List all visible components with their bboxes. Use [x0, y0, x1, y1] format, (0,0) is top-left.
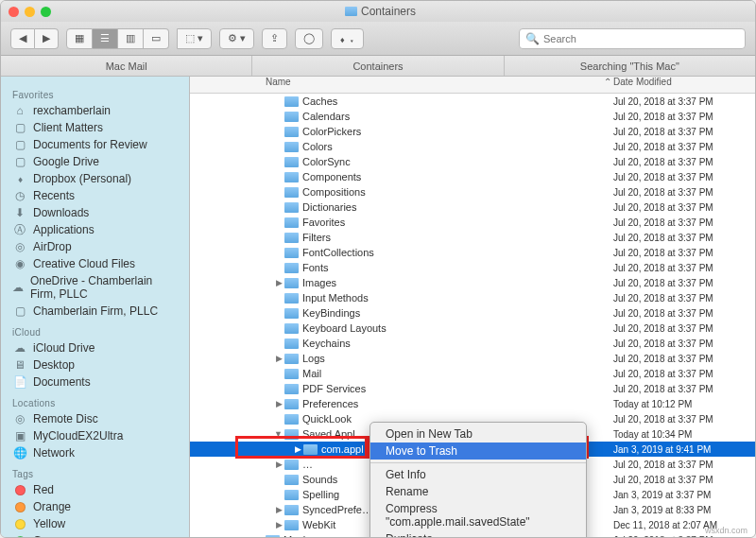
menu-item[interactable]: Get Info: [370, 466, 586, 483]
name-column[interactable]: Name: [190, 77, 602, 93]
menu-item[interactable]: Duplicate: [370, 530, 586, 538]
disclosure-icon[interactable]: ▶: [276, 354, 283, 363]
file-row[interactable]: CachesJul 20, 2018 at 3:37 PM: [190, 94, 755, 109]
sidebar-item[interactable]: Orange: [1, 498, 189, 515]
menu-item[interactable]: Move to Trash: [370, 443, 586, 460]
menu-item-label: Get Info: [386, 468, 426, 481]
file-row[interactable]: KeyBindingsJul 20, 2018 at 3:37 PM: [190, 305, 755, 321]
folder-icon: ▢: [12, 121, 27, 134]
path-bar: Mac Mail Containers Searching "This Mac": [1, 56, 755, 77]
file-date: Jan 3, 2019 at 8:33 PM: [613, 505, 755, 515]
file-date: Today at 10:34 PM: [613, 429, 755, 440]
sidebar-item[interactable]: ◉Creative Cloud Files: [1, 255, 189, 272]
file-row[interactable]: ▶LogsJul 20, 2018 at 3:37 PM: [190, 351, 755, 366]
menu-item[interactable]: Open in New Tab: [370, 425, 586, 443]
sidebar-item[interactable]: ▣MyCloudEX2Ultra: [1, 427, 189, 444]
column-view-button[interactable]: ▥: [118, 28, 144, 49]
zoom-icon[interactable]: [41, 7, 51, 17]
file-row[interactable]: CalendarsJul 20, 2018 at 3:37 PM: [190, 109, 755, 124]
icon-view-button[interactable]: ▦: [66, 28, 93, 49]
file-row[interactable]: PDF ServicesJul 20, 2018 at 3:37 PM: [190, 381, 755, 396]
context-menu: Open in New TabMove to TrashGet InfoRena…: [369, 422, 587, 538]
path-item[interactable]: Searching "This Mac": [505, 56, 755, 76]
date-column[interactable]: Date Modified: [613, 77, 755, 93]
sidebar-heading: Favorites: [1, 82, 189, 102]
list-view-button[interactable]: ☰: [93, 28, 118, 49]
disclosure-icon[interactable]: ▼: [274, 429, 283, 439]
file-name: Keychains: [302, 338, 613, 349]
share-button[interactable]: ⇪: [262, 28, 287, 49]
path-item[interactable]: Mac Mail: [1, 56, 252, 76]
file-row[interactable]: ColorPickersJul 20, 2018 at 3:37 PM: [190, 124, 755, 139]
disclosure-icon[interactable]: ▶: [295, 444, 301, 454]
sidebar-item[interactable]: ⒶApplications: [1, 221, 189, 238]
sidebar-item-label: Client Matters: [33, 121, 103, 134]
sidebar-item[interactable]: 🌐Network: [1, 444, 189, 461]
file-name: Keyboard Layouts: [302, 322, 613, 334]
sidebar-item[interactable]: Green: [1, 532, 189, 538]
file-row[interactable]: ▶PreferencesToday at 10:12 PM: [190, 396, 755, 411]
sidebar-item[interactable]: 📄Documents: [1, 373, 189, 390]
sidebar-item[interactable]: 🖥Desktop: [1, 356, 189, 373]
close-icon[interactable]: [9, 7, 19, 17]
sidebar-item[interactable]: ▢Documents for Review: [1, 136, 189, 153]
sidebar-item-label: Downloads: [33, 206, 89, 219]
tag-icon: [12, 483, 27, 496]
search-input[interactable]: [543, 33, 739, 44]
file-date: Jul 20, 2018 at 3:37 PM: [613, 127, 755, 137]
sidebar-item[interactable]: ◎AirDrop: [1, 238, 189, 255]
file-row[interactable]: ▶ImagesJul 20, 2018 at 3:37 PM: [190, 275, 755, 290]
file-row[interactable]: Keyboard LayoutsJul 20, 2018 at 3:37 PM: [190, 321, 755, 336]
tags-button[interactable]: ◯: [295, 28, 323, 49]
disclosure-icon[interactable]: ▶: [276, 505, 283, 514]
file-name: KeyBindings: [302, 307, 613, 319]
sidebar-item-label: Applications: [33, 223, 94, 236]
arrange-button[interactable]: ⬚ ▾: [177, 28, 212, 49]
disclosure-icon[interactable]: ▶: [276, 399, 283, 408]
file-name: FontCollections: [302, 247, 613, 258]
action-button[interactable]: ⚙ ▾: [219, 28, 254, 49]
file-row[interactable]: CompositionsJul 20, 2018 at 3:37 PM: [190, 184, 755, 200]
sidebar-item[interactable]: ⬧Dropbox (Personal): [1, 170, 189, 187]
file-row[interactable]: FavoritesJul 20, 2018 at 3:37 PM: [190, 215, 755, 230]
sidebar-item[interactable]: ⬇Downloads: [1, 204, 189, 221]
sidebar-item[interactable]: ◎Remote Disc: [1, 410, 189, 427]
disclosure-icon[interactable]: ▶: [276, 520, 283, 529]
sidebar-item[interactable]: ◷Recents: [1, 187, 189, 204]
file-row[interactable]: FontCollectionsJul 20, 2018 at 3:37 PM: [190, 245, 755, 260]
file-name: Dictionaries: [302, 201, 613, 213]
file-row[interactable]: MailJul 20, 2018 at 3:37 PM: [190, 366, 755, 381]
forward-button[interactable]: ▶: [35, 28, 59, 49]
file-row[interactable]: Input MethodsJul 20, 2018 at 3:37 PM: [190, 290, 755, 305]
menu-item[interactable]: Compress "com.apple.mail.savedState": [370, 500, 586, 530]
search-field[interactable]: 🔍: [519, 28, 746, 49]
file-row[interactable]: ColorSyncJul 20, 2018 at 3:37 PM: [190, 154, 755, 169]
sidebar-item[interactable]: Red: [1, 481, 189, 498]
dropbox-button[interactable]: ⬧ ▾: [331, 28, 364, 49]
disclosure-icon[interactable]: ▶: [276, 278, 283, 287]
gallery-view-button[interactable]: ▭: [144, 28, 169, 49]
file-row[interactable]: KeychainsJul 20, 2018 at 3:37 PM: [190, 336, 755, 351]
minimize-icon[interactable]: [25, 7, 35, 17]
file-row[interactable]: DictionariesJul 20, 2018 at 3:37 PM: [190, 200, 755, 215]
file-name: Logs: [302, 353, 613, 364]
sidebar-item[interactable]: ▢Chamberlain Firm, PLLC: [1, 303, 189, 320]
file-date: Jul 20, 2018 at 3:37 PM: [613, 96, 755, 107]
file-row[interactable]: ColorsJul 20, 2018 at 3:37 PM: [190, 139, 755, 154]
path-item[interactable]: Containers: [252, 56, 504, 76]
file-row[interactable]: ComponentsJul 20, 2018 at 3:37 PM: [190, 169, 755, 184]
disclosure-icon[interactable]: ▶: [276, 460, 283, 469]
sidebar-item[interactable]: ☁iCloud Drive: [1, 339, 189, 356]
sidebar-item[interactable]: ⌂rexchamberlain: [1, 102, 189, 119]
back-button[interactable]: ◀: [10, 28, 35, 49]
file-name: Calendars: [302, 111, 613, 122]
watermark: wsxdn.com: [705, 526, 747, 535]
file-date: Jul 20, 2018 at 3:37 PM: [613, 202, 755, 213]
file-row[interactable]: FiltersJul 20, 2018 at 3:37 PM: [190, 230, 755, 245]
sidebar-item[interactable]: ▢Client Matters: [1, 119, 189, 136]
sidebar-item[interactable]: ☁OneDrive - Chamberlain Firm, PLLC: [1, 272, 189, 303]
menu-item[interactable]: Rename: [370, 483, 586, 500]
sidebar-item[interactable]: ▢Google Drive: [1, 153, 189, 170]
sidebar-item[interactable]: Yellow: [1, 515, 189, 532]
file-row[interactable]: FontsJul 20, 2018 at 3:37 PM: [190, 260, 755, 275]
